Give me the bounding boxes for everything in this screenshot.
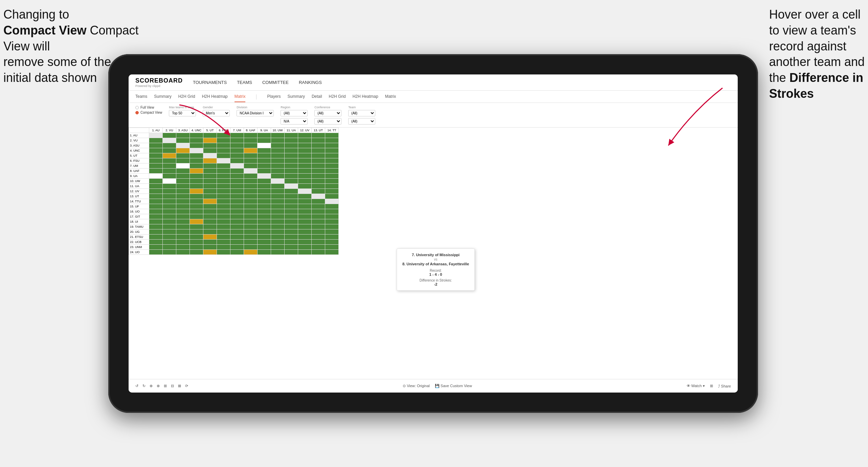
matrix-cell[interactable]: [217, 219, 230, 224]
matrix-cell[interactable]: [312, 250, 325, 255]
matrix-cell[interactable]: [325, 204, 339, 209]
tab-h2h-heatmap[interactable]: H2H Heatmap: [202, 91, 228, 102]
matrix-cell[interactable]: [149, 219, 163, 224]
matrix-cell[interactable]: [163, 224, 176, 229]
matrix-cell[interactable]: [217, 179, 230, 184]
matrix-cell[interactable]: [325, 163, 339, 169]
tab-teams[interactable]: Teams: [135, 91, 147, 102]
matrix-cell[interactable]: [312, 194, 325, 199]
matrix-cell[interactable]: [244, 245, 258, 250]
matrix-cell[interactable]: [163, 240, 176, 245]
matrix-cell[interactable]: [312, 219, 325, 224]
matrix-cell[interactable]: [190, 194, 203, 199]
matrix-cell[interactable]: [176, 148, 190, 153]
matrix-cell[interactable]: [163, 133, 176, 138]
matrix-cell[interactable]: [298, 163, 312, 169]
matrix-cell[interactable]: [230, 133, 244, 138]
matrix-cell[interactable]: [190, 245, 203, 250]
matrix-cell[interactable]: [203, 209, 217, 214]
matrix-cell[interactable]: [258, 153, 271, 158]
max-teams-select[interactable]: Top 50: [169, 110, 196, 116]
matrix-cell[interactable]: [271, 199, 285, 204]
tab-matrix[interactable]: Matrix: [235, 91, 246, 102]
nav-rankings[interactable]: RANKINGS: [299, 79, 322, 86]
refresh-button[interactable]: ⟳: [185, 384, 188, 388]
matrix-cell[interactable]: [190, 163, 203, 169]
matrix-cell[interactable]: [217, 174, 230, 179]
matrix-cell[interactable]: [298, 133, 312, 138]
matrix-cell[interactable]: [176, 143, 190, 148]
matrix-cell[interactable]: [149, 133, 163, 138]
tab-players[interactable]: Players: [267, 91, 281, 102]
matrix-cell[interactable]: [217, 235, 230, 240]
matrix-cell[interactable]: [203, 204, 217, 209]
matrix-cell[interactable]: [285, 204, 298, 209]
matrix-cell[interactable]: [244, 148, 258, 153]
matrix-cell[interactable]: [163, 214, 176, 219]
matrix-cell[interactable]: [163, 199, 176, 204]
matrix-cell[interactable]: [230, 138, 244, 143]
matrix-cell[interactable]: [230, 184, 244, 189]
matrix-cell[interactable]: [203, 199, 217, 204]
matrix-cell[interactable]: [258, 224, 271, 229]
matrix-cell[interactable]: [230, 229, 244, 235]
matrix-cell[interactable]: [298, 189, 312, 194]
matrix-cell[interactable]: [190, 250, 203, 255]
matrix-cell[interactable]: [190, 199, 203, 204]
matrix-cell[interactable]: [312, 240, 325, 245]
matrix-cell[interactable]: [285, 184, 298, 189]
matrix-cell[interactable]: [271, 179, 285, 184]
matrix-cell[interactable]: [190, 169, 203, 174]
matrix-cell[interactable]: [149, 163, 163, 169]
matrix-cell[interactable]: [325, 229, 339, 235]
matrix-cell[interactable]: [298, 214, 312, 219]
matrix-cell[interactable]: [244, 184, 258, 189]
matrix-cell[interactable]: [217, 250, 230, 255]
matrix-cell[interactable]: [244, 143, 258, 148]
share-button[interactable]: ⤴ Share: [718, 384, 731, 388]
matrix-cell[interactable]: [217, 240, 230, 245]
matrix-cell[interactable]: [312, 163, 325, 169]
matrix-cell[interactable]: [285, 199, 298, 204]
nav-teams[interactable]: TEAMS: [237, 79, 252, 86]
matrix-cell[interactable]: [176, 184, 190, 189]
matrix-cell[interactable]: [190, 219, 203, 224]
matrix-cell[interactable]: [190, 204, 203, 209]
matrix-cell[interactable]: [285, 214, 298, 219]
matrix-cell[interactable]: [176, 153, 190, 158]
matrix-cell[interactable]: [285, 148, 298, 153]
matrix-cell[interactable]: [312, 153, 325, 158]
matrix-cell[interactable]: [325, 240, 339, 245]
matrix-cell[interactable]: [325, 235, 339, 240]
matrix-cell[interactable]: [190, 240, 203, 245]
full-view-radio[interactable]: [135, 106, 139, 109]
matrix-cell[interactable]: [176, 240, 190, 245]
matrix-cell[interactable]: [203, 245, 217, 250]
matrix-cell[interactable]: [203, 194, 217, 199]
matrix-cell[interactable]: [244, 138, 258, 143]
matrix-cell[interactable]: [298, 148, 312, 153]
matrix-cell[interactable]: [271, 153, 285, 158]
matrix-cell[interactable]: [298, 143, 312, 148]
matrix-cell[interactable]: [285, 235, 298, 240]
matrix-cell[interactable]: [230, 209, 244, 214]
matrix-cell[interactable]: [203, 229, 217, 235]
matrix-cell[interactable]: [325, 245, 339, 250]
matrix-cell[interactable]: [190, 133, 203, 138]
matrix-cell[interactable]: [230, 204, 244, 209]
matrix-cell[interactable]: [285, 209, 298, 214]
matrix-cell[interactable]: [149, 224, 163, 229]
matrix-cell[interactable]: [203, 250, 217, 255]
matrix-cell[interactable]: [190, 148, 203, 153]
matrix-cell[interactable]: [285, 138, 298, 143]
matrix-cell[interactable]: [217, 214, 230, 219]
matrix-cell[interactable]: [149, 169, 163, 174]
matrix-cell[interactable]: [298, 204, 312, 209]
team-select-2[interactable]: (All): [348, 118, 375, 125]
matrix-cell[interactable]: [244, 153, 258, 158]
region-select-2[interactable]: N/A: [281, 118, 308, 125]
matrix-cell[interactable]: [190, 153, 203, 158]
layout-button[interactable]: ⊞: [710, 384, 713, 388]
matrix-cell[interactable]: [312, 224, 325, 229]
matrix-cell[interactable]: [312, 133, 325, 138]
